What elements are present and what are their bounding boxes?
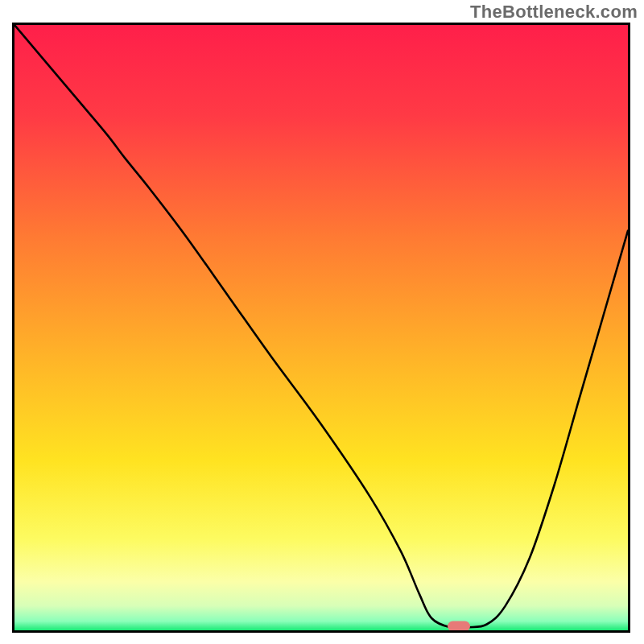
bottleneck-curve <box>14 25 628 630</box>
watermark-text: TheBottleneck.com <box>470 2 638 23</box>
plot-area <box>12 23 630 633</box>
chart-container: TheBottleneck.com <box>0 0 644 644</box>
optimum-marker <box>448 621 470 631</box>
